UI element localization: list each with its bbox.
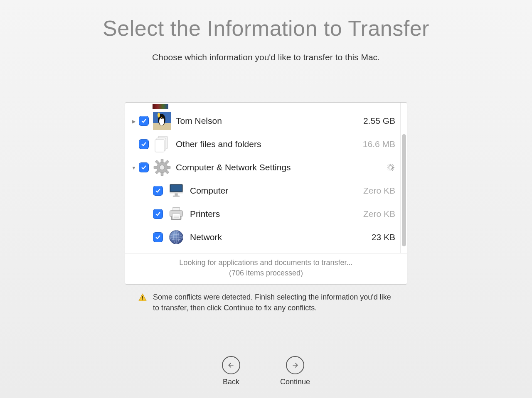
list-item: Computer Zero KB [125,179,400,202]
svg-rect-14 [167,166,170,169]
arrow-right-icon [286,356,304,374]
svg-rect-38 [142,296,143,299]
svg-rect-11 [161,159,163,162]
item-label: Tom Nelson [176,116,363,126]
checkbox[interactable] [139,163,148,172]
cropped-row-peek [153,104,400,109]
back-label: Back [223,378,239,386]
checkbox[interactable] [153,209,163,219]
warning-text: Some conflicts were detected. Finish sel… [153,292,394,313]
item-label: Computer [190,186,363,196]
item-size: Zero KB [363,186,397,196]
checkbox[interactable] [139,140,148,149]
svg-rect-13 [154,166,157,169]
warning-icon [138,293,147,302]
svg-rect-24 [173,196,180,197]
checkbox[interactable] [139,116,148,125]
gear-icon [153,158,172,177]
list-item: Printers Zero KB [125,202,400,226]
svg-point-19 [160,165,165,170]
svg-rect-22 [170,192,182,194]
item-size: Zero KB [363,209,397,219]
continue-button[interactable]: Continue [280,356,310,386]
checkbox[interactable] [153,186,163,195]
item-label: Other files and folders [176,139,363,149]
svg-rect-39 [142,300,143,300]
back-button[interactable]: Back [222,356,240,386]
arrow-left-icon [222,356,240,374]
svg-rect-12 [161,172,163,176]
documents-icon [153,135,172,154]
svg-rect-21 [170,185,182,191]
status-line-1: Looking for applications and documents t… [133,258,399,268]
svg-rect-9 [155,140,164,152]
page-subtitle: Choose which information you'd like to t… [152,52,380,62]
status-message: Looking for applications and documents t… [125,253,407,284]
warning-row: Some conflicts were detected. Finish sel… [125,292,407,313]
checkbox[interactable] [153,233,163,242]
list-item: Computer & Network Settings [125,156,400,179]
scrollbar[interactable] [400,103,407,253]
svg-point-6 [158,113,160,118]
network-icon [167,228,186,247]
svg-rect-23 [175,193,177,195]
item-size: 2.55 GB [363,116,397,126]
item-size: 16.6 MB [363,139,397,149]
transfer-list: Tom Nelson 2.55 GB [125,103,400,253]
scrollbar-thumb[interactable] [402,134,406,246]
disclosure-toggle[interactable] [130,164,138,171]
list-item: Other files and folders 16.6 MB [125,133,400,156]
item-size: 23 KB [372,232,397,242]
printer-icon [167,204,186,224]
list-item: Network 23 KB [125,226,400,249]
penguin-icon [153,111,172,130]
continue-label: Continue [280,378,310,386]
imac-icon [167,181,186,200]
disclosure-toggle[interactable] [130,117,138,125]
transfer-panel: Tom Nelson 2.55 GB [125,102,407,285]
item-label: Printers [190,209,363,219]
list-item: Tom Nelson 2.55 GB [125,109,400,133]
page-title: Select the Information to Transfer [103,16,429,41]
spinner-icon [386,163,397,172]
item-label: Network [190,232,372,242]
item-label: Computer & Network Settings [176,162,386,172]
status-line-2: (706 items processed) [133,268,399,278]
